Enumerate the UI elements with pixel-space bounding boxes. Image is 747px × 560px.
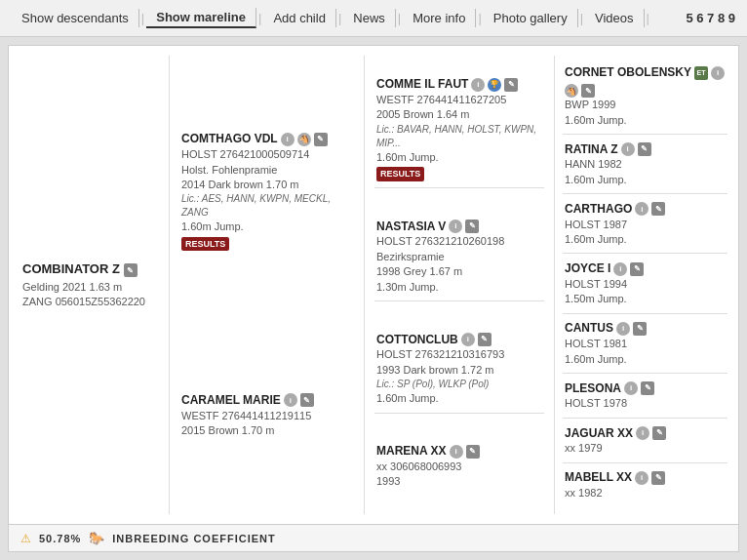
horse-caramel-marie: CARAMEL MARIE i ✎ WESTF 276441411219115 … bbox=[179, 388, 354, 443]
joyce-sb-year: HOLST 1994 bbox=[565, 277, 726, 292]
cornet-sb-text: BWP bbox=[565, 99, 589, 110]
horse-cantus: CANTUS i ✎ HOLST 1981 1.60m Jump. bbox=[563, 316, 727, 374]
comme-icon-2[interactable]: 🏆 bbox=[488, 78, 501, 92]
root-horse-name: COMBINATOR Z ✎ bbox=[22, 260, 155, 278]
cottonclub-name: COTTONCLUB i ✎ bbox=[376, 332, 542, 348]
cantus-icon-1[interactable]: i bbox=[616, 322, 630, 336]
nastasia-icon-1[interactable]: i bbox=[449, 220, 462, 233]
carthago-name: CARTHAGO i ✎ bbox=[565, 201, 726, 218]
carthago-year-text: 1987 bbox=[604, 219, 627, 230]
caramel-year-text: 2015 bbox=[181, 424, 205, 436]
joyce-icon-1[interactable]: i bbox=[613, 262, 627, 276]
cottonclub-edit-icon[interactable]: ✎ bbox=[478, 333, 491, 346]
nav-show-mareline[interactable]: Show mareline bbox=[146, 8, 256, 28]
nav-more-info[interactable]: More info bbox=[403, 9, 476, 27]
comthago-icon-2[interactable]: 🐴 bbox=[297, 133, 311, 146]
comthago-sb-text: HOLST bbox=[181, 148, 216, 160]
nastasia-year-text: 1998 bbox=[376, 265, 400, 277]
carthago-edit-icon[interactable]: ✎ bbox=[651, 202, 665, 216]
cottonclub-name-text: COTTONCLUB bbox=[376, 332, 458, 348]
joyce-edit-icon[interactable]: ✎ bbox=[630, 262, 644, 276]
nav-sep-5: | bbox=[476, 11, 483, 25]
horse-jaguar: JAGUAR XX i ✎ xx 1979 bbox=[563, 421, 727, 463]
horse-comthago-vdl: COMTHAGO VDL i 🐴 ✎ HOLST 276421000509714… bbox=[179, 127, 354, 255]
nastasia-edit-icon[interactable]: ✎ bbox=[465, 220, 479, 233]
status-bar: ⚠ 50.78% 🐎 INBREEDING COEFFICIENT bbox=[9, 524, 738, 551]
plesona-name-text: PLESONA bbox=[565, 380, 621, 397]
cottonclub-jump: 1.60m Jump. bbox=[376, 391, 542, 406]
ratina-edit-icon[interactable]: ✎ bbox=[638, 142, 651, 156]
comthago-edit-icon[interactable]: ✎ bbox=[314, 133, 328, 146]
comme-height-text: 1.64 m bbox=[437, 108, 470, 120]
jaguar-edit-icon[interactable]: ✎ bbox=[652, 426, 666, 440]
nav-photo-gallery[interactable]: Photo gallery bbox=[484, 9, 578, 27]
inbreeding-pct: 50.78% bbox=[39, 533, 81, 544]
jaguar-icon-1[interactable]: i bbox=[636, 426, 649, 440]
joyce-name: JOYCE I i ✎ bbox=[565, 260, 726, 277]
cornet-icon-2[interactable]: 🐴 bbox=[565, 84, 578, 98]
nav-news[interactable]: News bbox=[343, 9, 396, 27]
comme-results-badge[interactable]: RESULTS bbox=[376, 167, 424, 181]
mabell-icon-1[interactable]: i bbox=[635, 471, 649, 485]
cornet-icon-1[interactable]: i bbox=[711, 66, 725, 80]
mabell-sb-year: xx 1982 bbox=[565, 486, 726, 500]
comme-icon-1[interactable]: i bbox=[471, 78, 485, 92]
marena-name-text: MARENA XX bbox=[376, 443, 447, 460]
comthago-extra: Holst. Fohlenpramie bbox=[181, 163, 352, 178]
marena-icon-1[interactable]: i bbox=[450, 445, 463, 459]
carthago-sb-year: HOLST 1987 bbox=[565, 218, 726, 232]
horse-ratina: RATINA Z i ✎ HANN 1982 1.60m Jump. bbox=[563, 138, 727, 195]
nav-sep-4: | bbox=[396, 11, 403, 25]
nav-sep-7: | bbox=[645, 11, 651, 25]
root-year: 2021 bbox=[62, 281, 86, 293]
horse-nastasia-v: NASTASIA V i ✎ HOLST 276321210260198 Bez… bbox=[374, 215, 544, 301]
caramel-icon-1[interactable]: i bbox=[284, 393, 297, 407]
cornet-jump: 1.60m Jump. bbox=[565, 113, 726, 128]
cantus-sb-year: HOLST 1981 bbox=[565, 337, 726, 351]
horse-cornet: CORNET OBOLENSKY ET i 🐴 ✎ BWP 1999 1.60m… bbox=[563, 60, 727, 135]
comthago-height-text: 1.70 m bbox=[266, 179, 299, 190]
pedigree: COMBINATOR Z ✎ Gelding 2021 1.63 m ZANG … bbox=[9, 46, 738, 524]
nav-show-descendants[interactable]: Show descendants bbox=[12, 9, 139, 27]
nav-videos[interactable]: Videos bbox=[585, 9, 645, 27]
ratina-icon-1[interactable]: i bbox=[621, 142, 635, 156]
col-parents: COMTHAGO VDL i 🐴 ✎ HOLST 276421000509714… bbox=[170, 56, 365, 514]
cottonclub-icon-1[interactable]: i bbox=[461, 333, 475, 346]
root-edit-icon[interactable]: ✎ bbox=[124, 263, 138, 277]
comme-color-text: Brown bbox=[404, 108, 434, 120]
marena-year: 1993 bbox=[376, 474, 542, 489]
comthago-name-text: COMTHAGO VDL bbox=[181, 131, 278, 147]
inbreeding-label: INBREEDING COEFFICIENT bbox=[112, 533, 275, 544]
pagination[interactable]: 5 6 7 8 9 bbox=[686, 11, 735, 25]
caramel-edit-icon[interactable]: ✎ bbox=[300, 393, 314, 407]
carthago-name-text: CARTHAGO bbox=[565, 201, 632, 218]
caramel-id-text: 276441411219115 bbox=[222, 410, 312, 421]
nav-add-child[interactable]: Add child bbox=[263, 9, 335, 27]
comme-name: COMME IL FAUT i 🏆 ✎ bbox=[376, 76, 542, 93]
cornet-edit-icon[interactable]: ✎ bbox=[581, 84, 595, 98]
marena-name: MARENA XX i ✎ bbox=[376, 443, 542, 460]
joyce-name-text: JOYCE I bbox=[565, 260, 610, 277]
cottonclub-color-text: Dark brown bbox=[404, 364, 458, 376]
comthago-name: COMTHAGO VDL i 🐴 ✎ bbox=[181, 131, 352, 147]
nastasia-name: NASTASIA V i ✎ bbox=[376, 219, 542, 235]
mabell-edit-icon[interactable]: ✎ bbox=[651, 471, 665, 485]
plesona-icon-1[interactable]: i bbox=[624, 381, 638, 395]
comthago-results-badge[interactable]: RESULTS bbox=[181, 237, 229, 252]
caramel-sb-text: WESTF bbox=[181, 410, 219, 421]
carthago-icon-1[interactable]: i bbox=[635, 202, 649, 216]
cornet-icon-et[interactable]: ET bbox=[694, 66, 708, 80]
caramel-color-text: Brown bbox=[209, 424, 239, 436]
comthago-studbook: HOLST 276421000509714 bbox=[181, 147, 352, 162]
cornet-name-text: CORNET OBOLENSKY bbox=[565, 64, 691, 81]
jaguar-name-text: JAGUAR XX bbox=[565, 425, 633, 442]
ratina-sb-text: HANN bbox=[565, 158, 595, 170]
comme-sb-text: WESTF bbox=[376, 94, 414, 105]
plesona-edit-icon[interactable]: ✎ bbox=[641, 381, 654, 395]
comme-edit-icon[interactable]: ✎ bbox=[504, 78, 518, 92]
root-horse-type: Gelding 2021 1.63 m bbox=[22, 280, 155, 295]
horse-comme-il-faut: COMME IL FAUT i 🏆 ✎ WESTF 27644141162720… bbox=[374, 72, 544, 188]
comthago-icon-1[interactable]: i bbox=[281, 133, 295, 146]
cantus-edit-icon[interactable]: ✎ bbox=[633, 322, 647, 336]
marena-edit-icon[interactable]: ✎ bbox=[466, 445, 480, 459]
